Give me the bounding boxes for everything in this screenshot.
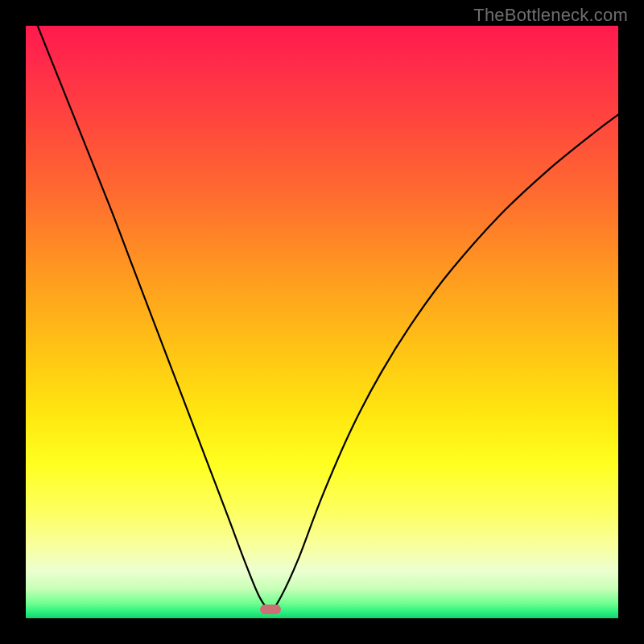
plot-area <box>26 26 618 618</box>
watermark-text: TheBottleneck.com <box>473 5 628 26</box>
curve-line <box>26 26 618 618</box>
minimum-marker <box>260 605 281 614</box>
chart-frame: TheBottleneck.com <box>0 0 644 644</box>
